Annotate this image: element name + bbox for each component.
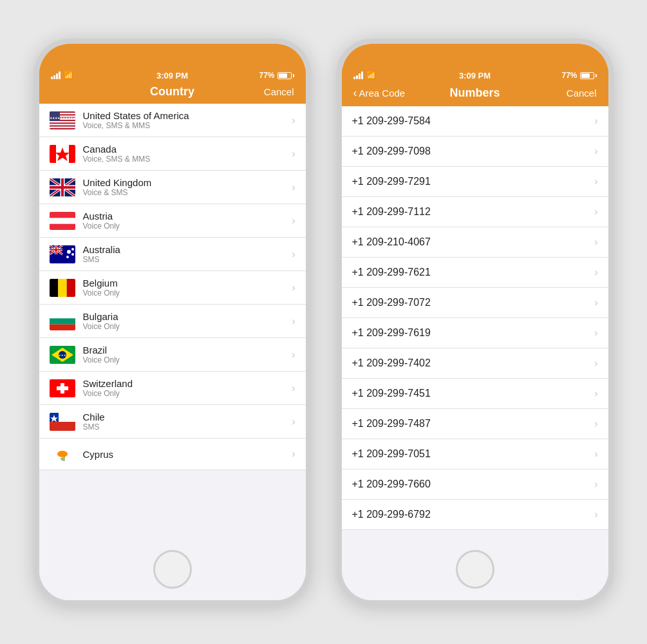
signal-area-2: 📶 [353, 71, 376, 80]
phone-numbers: 📶 3:09 PM 77% ‹ Area [337, 39, 614, 605]
list-item[interactable]: +1 209-299-7072 › [342, 288, 608, 318]
list-item[interactable]: +1 209-299-7051 › [342, 439, 608, 469]
list-item[interactable]: +1 209-299-7584 › [342, 106, 608, 137]
country-name: Austria [83, 211, 292, 222]
country-list: ★★★★★★★★★★★★★★★★★★★★★★★★★★★★★★★★★★★★★★★★… [39, 104, 306, 470]
country-name: Brazil [83, 345, 292, 355]
number-text: +1 209-299-7072 [352, 297, 595, 308]
number-text: +1 209-299-7098 [352, 146, 595, 157]
country-info-cyprus: Cyprus [83, 449, 292, 460]
number-text: +1 209-299-7291 [352, 176, 595, 187]
chevron-icon: › [292, 448, 295, 460]
bar4 [59, 71, 61, 79]
country-name: United States of America [83, 110, 292, 121]
list-item[interactable]: ★★★ Brazil Voice Only › [39, 338, 306, 372]
number-text: +1 209-299-7660 [352, 478, 595, 490]
country-name: United Kingdom [83, 177, 292, 188]
country-info-usa: United States of America Voice, SMS & MM… [83, 110, 292, 130]
svg-point-56 [57, 451, 68, 457]
chevron-icon: › [292, 249, 295, 260]
battery-tip [293, 74, 294, 77]
list-item[interactable]: +1 209-299-7112 › [342, 197, 608, 227]
svg-text:★★★★★★★★★★★★★★★★★★★★★★★★★★★★★★: ★★★★★★★★★★★★★★★★★★★★★★★★★★★★★★★★★★★★★★★★… [50, 116, 75, 120]
status-bar-1: 📶 3:09 PM 77% [39, 67, 306, 81]
chevron-icon: › [292, 215, 295, 227]
list-item[interactable]: Chile SMS › [39, 405, 306, 439]
battery-body [277, 72, 292, 79]
chevron-icon: › [292, 282, 295, 294]
list-item[interactable]: 🌿 Cyprus › [39, 439, 306, 470]
list-item[interactable]: +1 209-299-7098 › [342, 137, 608, 167]
nav-title-1: Country [150, 85, 194, 99]
list-item[interactable]: Canada Voice, SMS & MMS › [39, 137, 306, 171]
svg-rect-23 [50, 218, 75, 223]
list-item[interactable]: +1 209-299-7451 › [342, 379, 608, 409]
svg-rect-39 [58, 279, 66, 297]
home-button-1[interactable] [153, 550, 192, 589]
country-name: Australia [83, 244, 292, 255]
list-item[interactable]: ★★★★★★★★★★★★★★★★★★★★★★★★★★★★★★★★★★★★★★★★… [39, 104, 306, 137]
list-item[interactable]: +1 209-299-6792 › [342, 500, 608, 530]
svg-point-37 [66, 256, 69, 258]
number-text: +1 209-299-7402 [352, 357, 595, 369]
flag-cyprus: 🌿 [50, 445, 75, 463]
list-item[interactable]: Australia SMS › [39, 238, 306, 271]
home-button-2[interactable] [456, 550, 494, 589]
chevron-icon: › [594, 357, 597, 369]
nav-cancel-2[interactable]: Cancel [567, 88, 597, 99]
svg-point-36 [71, 253, 74, 256]
country-sub: Voice Only [83, 222, 292, 231]
svg-point-35 [71, 248, 74, 251]
flag-brazil: ★★★ [50, 346, 75, 364]
list-item[interactable]: +1 209-210-4067 › [342, 227, 608, 258]
country-sub: Voice Only [83, 322, 292, 331]
list-item[interactable]: Switzerland Voice Only › [39, 372, 306, 405]
number-text: +1 209-299-7051 [352, 448, 595, 460]
phone-country: 📶 3:09 PM 77% Country Ca [34, 39, 311, 605]
phones-container: 📶 3:09 PM 77% Country Ca [21, 26, 626, 618]
bar1 [353, 77, 355, 79]
svg-rect-4 [50, 121, 75, 122]
country-sub: Voice, SMS & MMS [83, 155, 292, 164]
chevron-icon: › [292, 182, 295, 193]
country-sub: SMS [83, 422, 292, 431]
list-item[interactable]: United Kingdom Voice & SMS › [39, 171, 306, 204]
country-info-canada: Canada Voice, SMS & MMS [83, 144, 292, 164]
signal-bars-2 [353, 71, 363, 79]
battery-area-2: 77% [561, 71, 596, 80]
svg-rect-10 [50, 145, 56, 163]
country-sub: Voice, SMS & MMS [83, 121, 292, 130]
flag-belgium [50, 279, 75, 297]
nav-back-button[interactable]: ‹ Area Code [353, 86, 406, 100]
list-item[interactable]: +1 209-299-7619 › [342, 318, 608, 348]
list-item[interactable]: +1 209-299-7621 › [342, 258, 608, 288]
list-item[interactable]: Austria Voice Only › [39, 204, 306, 238]
svg-rect-5 [50, 124, 75, 125]
bar3 [56, 73, 58, 79]
nav-bar-1: Country Cancel [39, 81, 306, 104]
country-name: Cyprus [83, 449, 292, 460]
status-bar-2: 📶 3:09 PM 77% [342, 67, 608, 81]
chevron-icon: › [594, 236, 597, 248]
list-item[interactable]: +1 209-299-7291 › [342, 167, 608, 197]
bar2 [356, 75, 358, 79]
list-item[interactable]: +1 209-299-7487 › [342, 409, 608, 439]
svg-rect-42 [50, 318, 75, 324]
list-item[interactable]: Belgium Voice Only › [39, 271, 306, 305]
country-name: Chile [83, 412, 292, 422]
back-label: Area Code [359, 88, 406, 99]
battery-percent-1: 77% [259, 71, 274, 80]
chevron-icon: › [594, 478, 597, 490]
list-item[interactable]: Bulgaria Voice Only › [39, 305, 306, 338]
flag-uk [50, 178, 75, 196]
numbers-list: +1 209-299-7584 › +1 209-299-7098 › +1 2… [342, 106, 608, 530]
number-text: +1 209-299-7451 [352, 388, 595, 399]
list-item[interactable]: +1 209-299-7660 › [342, 469, 608, 500]
country-sub: Voice Only [83, 289, 292, 298]
chevron-icon: › [292, 416, 295, 428]
svg-rect-11 [69, 145, 75, 163]
country-name: Canada [83, 144, 292, 155]
nav-cancel-1[interactable]: Cancel [264, 86, 294, 97]
list-item[interactable]: +1 209-299-7402 › [342, 348, 608, 379]
country-info-uk: United Kingdom Voice & SMS [83, 177, 292, 197]
